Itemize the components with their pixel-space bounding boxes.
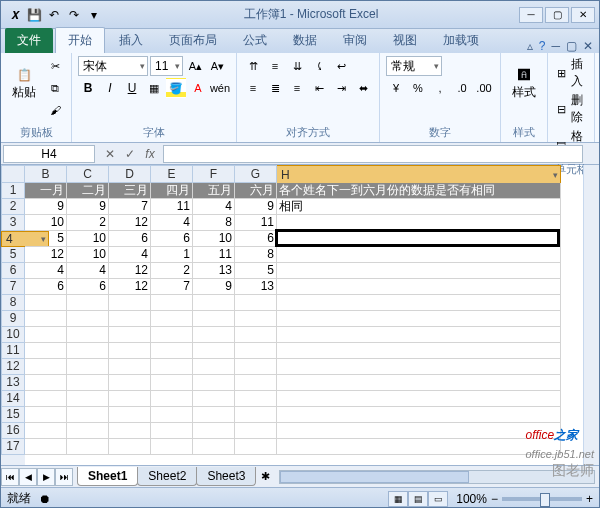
- cell[interactable]: [235, 407, 277, 423]
- minimize-button[interactable]: ─: [519, 7, 543, 23]
- cell[interactable]: 4: [151, 215, 193, 231]
- cancel-formula-icon[interactable]: ✕: [101, 147, 119, 161]
- sheet-first-icon[interactable]: ⏮: [1, 468, 19, 486]
- qat-more-icon[interactable]: ▾: [85, 6, 103, 24]
- insert-cells-icon[interactable]: ⊞: [554, 63, 569, 83]
- comma-icon[interactable]: ,: [430, 78, 450, 98]
- tab-data[interactable]: 数据: [281, 28, 329, 53]
- cell[interactable]: 2: [151, 263, 193, 279]
- cell[interactable]: [151, 311, 193, 327]
- cell[interactable]: [109, 311, 151, 327]
- wrap-text-icon[interactable]: ↩: [331, 56, 351, 76]
- border-icon[interactable]: ▦: [144, 78, 164, 98]
- tab-addins[interactable]: 加载项: [431, 28, 491, 53]
- cell[interactable]: [109, 407, 151, 423]
- col-header-F[interactable]: F: [193, 165, 235, 183]
- orientation-icon[interactable]: ⤹: [309, 56, 329, 76]
- cell[interactable]: [151, 439, 193, 455]
- sheet-last-icon[interactable]: ⏭: [55, 468, 73, 486]
- cell[interactable]: [25, 359, 67, 375]
- align-right-icon[interactable]: ≡: [287, 78, 307, 98]
- wbk-max-icon[interactable]: ▢: [566, 39, 577, 53]
- horizontal-scrollbar[interactable]: [279, 470, 595, 484]
- cell[interactable]: [151, 391, 193, 407]
- cell[interactable]: 12: [25, 247, 67, 263]
- cell[interactable]: 6: [109, 231, 151, 247]
- cell[interactable]: [67, 407, 109, 423]
- cell[interactable]: [193, 311, 235, 327]
- cell[interactable]: 9: [235, 199, 277, 215]
- help-icon[interactable]: ?: [539, 39, 546, 53]
- cell[interactable]: 各个姓名下一到六月份的数据是否有相同: [277, 183, 561, 199]
- cell[interactable]: 9: [25, 199, 67, 215]
- cell[interactable]: [151, 359, 193, 375]
- copy-icon[interactable]: ⧉: [45, 78, 65, 98]
- cell[interactable]: 5: [235, 263, 277, 279]
- cell[interactable]: [193, 343, 235, 359]
- fx-icon[interactable]: fx: [141, 147, 159, 161]
- cell[interactable]: [277, 263, 561, 279]
- align-left-icon[interactable]: ≡: [243, 78, 263, 98]
- tab-review[interactable]: 审阅: [331, 28, 379, 53]
- cell[interactable]: [67, 295, 109, 311]
- cell[interactable]: [67, 311, 109, 327]
- cell[interactable]: 12: [109, 279, 151, 295]
- row-header-2[interactable]: 2: [1, 199, 25, 215]
- number-format-select[interactable]: 常规: [386, 56, 442, 76]
- cell[interactable]: 2: [67, 215, 109, 231]
- align-middle-icon[interactable]: ≡: [265, 56, 285, 76]
- cell[interactable]: [277, 391, 561, 407]
- fill-color-icon[interactable]: 🪣: [166, 78, 186, 98]
- cell[interactable]: [109, 391, 151, 407]
- align-top-icon[interactable]: ⇈: [243, 56, 263, 76]
- cell[interactable]: 7: [151, 279, 193, 295]
- cell[interactable]: 12: [109, 215, 151, 231]
- maximize-button[interactable]: ▢: [545, 7, 569, 23]
- cell[interactable]: [109, 295, 151, 311]
- cell[interactable]: [25, 327, 67, 343]
- cell[interactable]: 10: [67, 231, 109, 247]
- align-bottom-icon[interactable]: ⇊: [287, 56, 307, 76]
- row-header-14[interactable]: 14: [1, 391, 25, 407]
- currency-icon[interactable]: ¥: [386, 78, 406, 98]
- col-header-B[interactable]: B: [25, 165, 67, 183]
- row-header-1[interactable]: 1: [1, 183, 25, 199]
- shrink-font-icon[interactable]: A▾: [207, 56, 227, 76]
- row-header-11[interactable]: 11: [1, 343, 25, 359]
- merge-icon[interactable]: ⬌: [353, 78, 373, 98]
- cell[interactable]: [193, 359, 235, 375]
- tab-layout[interactable]: 页面布局: [157, 28, 229, 53]
- cell[interactable]: 9: [67, 199, 109, 215]
- cell[interactable]: 13: [193, 263, 235, 279]
- font-name-select[interactable]: 宋体: [78, 56, 148, 76]
- sheet-tab-Sheet2[interactable]: Sheet2: [137, 467, 197, 486]
- sheet-tab-Sheet1[interactable]: Sheet1: [77, 467, 138, 486]
- tab-insert[interactable]: 插入: [107, 28, 155, 53]
- row-header-7[interactable]: 7: [1, 279, 25, 295]
- row-header-6[interactable]: 6: [1, 263, 25, 279]
- cell[interactable]: 一月: [25, 183, 67, 199]
- cell[interactable]: [277, 215, 561, 231]
- col-header-D[interactable]: D: [109, 165, 151, 183]
- col-header-C[interactable]: C: [67, 165, 109, 183]
- cell[interactable]: [277, 295, 561, 311]
- phonetic-icon[interactable]: wén: [210, 78, 230, 98]
- redo-icon[interactable]: ↷: [65, 6, 83, 24]
- cell[interactable]: 4: [193, 199, 235, 215]
- cell[interactable]: [277, 247, 561, 263]
- cell[interactable]: [67, 439, 109, 455]
- cell[interactable]: [67, 375, 109, 391]
- wbk-min-icon[interactable]: ─: [551, 39, 560, 53]
- delete-cells-icon[interactable]: ⊟: [554, 99, 569, 119]
- tab-home[interactable]: 开始: [55, 27, 105, 53]
- enter-formula-icon[interactable]: ✓: [121, 147, 139, 161]
- cell[interactable]: [277, 359, 561, 375]
- cell[interactable]: [277, 439, 561, 455]
- cell[interactable]: 11: [151, 199, 193, 215]
- cell[interactable]: [25, 311, 67, 327]
- grow-font-icon[interactable]: A▴: [185, 56, 205, 76]
- cell[interactable]: [235, 343, 277, 359]
- wbk-close-icon[interactable]: ✕: [583, 39, 593, 53]
- col-header-G[interactable]: G: [235, 165, 277, 183]
- inc-decimal-icon[interactable]: .0: [452, 78, 472, 98]
